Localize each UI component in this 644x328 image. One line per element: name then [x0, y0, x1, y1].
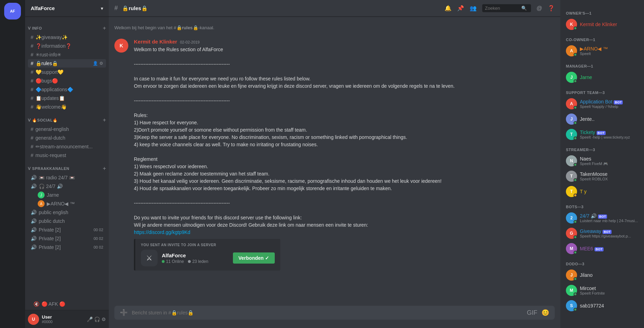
server-icon[interactable]: AF — [4, 3, 21, 19]
channel-stream-announcement[interactable]: # ✏stream-announcement... — [28, 142, 106, 151]
user-icon[interactable]: 👤 — [93, 61, 98, 66]
voice-private-3[interactable]: 🔊 Private [2] 00 02 — [28, 243, 106, 251]
channel-support-label: 💛support💛 — [36, 69, 64, 75]
voice-private-1[interactable]: 🔊 Private [2] 00 02 — [28, 226, 106, 234]
channel-header: # 🔒rules🔒 🔔 📌 👥 🔍 @ ❓ — [109, 0, 560, 17]
section-header-dodo: DODO—3 — [563, 256, 641, 267]
voice-afk[interactable]: 🔇 🔴 AFK 🔴 — [31, 300, 103, 308]
add-icon[interactable]: ➕ — [120, 309, 128, 317]
voice-public-dutch[interactable]: 🔊 public dutch — [28, 217, 106, 225]
member-naes[interactable]: N Naes Speelt FiveM 🎮 — [563, 153, 641, 169]
member-247[interactable]: 2 24/7 🔊BOT Luistert naar mb help | 24-7… — [563, 210, 641, 226]
channel-applications[interactable]: # 🔷applications🔷 — [28, 85, 106, 94]
channel-general-english[interactable]: # general-english — [28, 125, 106, 133]
bot-badge: BOT — [614, 100, 623, 104]
hash-icon: # — [31, 95, 33, 101]
speaker-icon: 🔊 — [31, 218, 37, 224]
gear-icon[interactable]: ⚙ — [99, 61, 103, 66]
channel-rules[interactable]: # 🔒rules🔒 👤 ⚙ — [28, 59, 106, 68]
members-icon[interactable]: 👥 — [470, 5, 477, 11]
channel-rust-info-label: ✳rust-info✳ — [36, 52, 62, 57]
member-mee6[interactable]: M MEE6BOT — [563, 241, 641, 256]
section-header-support: SUPPORT TEAM—3 — [563, 85, 641, 96]
category-spraakkanalen[interactable]: ᐯ SPRAAKKANALEN + — [25, 160, 109, 173]
bot-badge-mee6: BOT — [594, 247, 604, 251]
invite-card: ⚔ AlfaForce 11 Online 23 leden Verbonden… — [141, 250, 275, 266]
message-text-input[interactable] — [132, 306, 523, 320]
member-kermit-name: Kermit de Klinker — [580, 22, 638, 27]
channel-information[interactable]: # ❓information❓ — [28, 42, 106, 50]
bot-badge-tickety: BOT — [597, 131, 606, 135]
search-input[interactable] — [485, 6, 520, 11]
member-247-status: Luistert naar mb help | 24-7musi... — [580, 219, 638, 223]
server-header[interactable]: AlfaForce ▾ — [25, 0, 109, 17]
member-appbot[interactable]: A Application BotBOT Speelt %apply / %he… — [563, 96, 641, 111]
channel-sidebar: AlfaForce ▾ ᐯ INFO + # ✨giveaway✨ # ❓inf… — [25, 0, 109, 328]
voice-public-english[interactable]: 🔊 public english — [28, 208, 106, 217]
channel-rust-info[interactable]: # ✳rust-info✳ — [28, 50, 106, 59]
member-mee6-info: MEE6BOT — [580, 246, 638, 251]
emoji-icon[interactable]: 😊 — [541, 309, 549, 317]
channel-music-request[interactable]: # music-request — [28, 151, 106, 159]
member-giveaway[interactable]: G GiveawayBOT Speelt https://giveawaybot… — [563, 226, 641, 241]
message-author: Kermit de Klinker — [134, 39, 177, 45]
channel-updates[interactable]: # 📋updates📋 — [28, 94, 106, 102]
message-input-container: ➕ GIF 😊 — [114, 306, 555, 320]
member-naes-status: Speelt FiveM 🎮 — [580, 162, 638, 166]
user-bar-name: User — [42, 314, 84, 320]
gif-icon[interactable]: GIF — [527, 309, 537, 317]
channel-bugs[interactable]: # 🔴bugs🔴 — [28, 77, 106, 85]
channel-applications-label: 🔷applications🔷 — [36, 87, 73, 92]
member-jilano-avatar: J — [566, 270, 577, 281]
voice-radio[interactable]: 🔊 📼 radio 24/7 📼 — [28, 173, 106, 182]
member-sab197724-info: sab197724 — [580, 303, 638, 309]
speaker-icon: 🔊 — [31, 175, 37, 180]
member-arno[interactable]: A ▶ARNO◀ ™ Speelt — [563, 43, 641, 58]
channel-general-dutch[interactable]: # general-dutch — [28, 134, 106, 142]
server-name: AlfaForce — [31, 5, 55, 11]
hash-icon: # — [31, 87, 33, 92]
voice-user-jarne[interactable]: J Jarne — [28, 191, 106, 199]
invite-link[interactable]: https://discord.gg/kgtp9Kd — [134, 229, 190, 235]
member-jarne-name: Jarne — [580, 75, 638, 80]
pin-icon[interactable]: 📌 — [457, 5, 464, 11]
channel-welcome[interactable]: # 👋welcome👋 — [28, 103, 106, 111]
member-naes-avatar: N — [566, 155, 577, 166]
voice-24-7[interactable]: 🔊 🎧 24/7 🔊 — [28, 182, 106, 190]
server-icon-bar: AF — [0, 0, 25, 328]
member-tickety-info: TicketyBOT Speelt -help | www.tickety.xy… — [580, 130, 638, 139]
member-jente[interactable]: J Jente.. — [563, 111, 641, 127]
category-social-add-icon[interactable]: + — [103, 117, 106, 123]
member-jilano[interactable]: J Jilano — [563, 267, 641, 283]
member-mircoet-info: Mircoet Speelt Fortnite — [580, 286, 638, 295]
headphone-icon[interactable]: 🎧 — [94, 317, 100, 322]
category-spraakkanalen-add-icon[interactable]: + — [103, 165, 106, 172]
category-add-icon[interactable]: + — [103, 25, 106, 31]
member-appbot-avatar: A — [566, 98, 577, 109]
member-sab197724-avatar: S — [566, 300, 577, 311]
member-sab197724[interactable]: S sab197724 — [563, 298, 641, 313]
message-avatar: K — [114, 39, 128, 53]
microphone-icon[interactable]: 🎤 — [87, 317, 93, 322]
channel-giveaway[interactable]: # ✨giveaway✨ — [28, 33, 106, 41]
bell-icon[interactable]: 🔔 — [445, 5, 452, 11]
member-takenmoose[interactable]: T TakenMoose Speelt ROBLOX — [563, 169, 641, 184]
member-giveaway-info: GiveawayBOT Speelt https://giveawaybot.p… — [580, 228, 638, 238]
invite-server-icon: ⚔ — [141, 250, 158, 266]
voice-user-arno[interactable]: A ▶ARNO◀ ™ — [28, 200, 106, 208]
member-247-info: 24/7 🔊BOT Luistert naar mb help | 24-7mu… — [580, 213, 638, 223]
channel-support[interactable]: # 💛support💛 — [28, 68, 106, 76]
member-mircoet[interactable]: M Mircoet Speelt Fortnite — [563, 283, 641, 298]
search-bar[interactable]: 🔍 — [482, 4, 531, 12]
voice-private-2[interactable]: 🔊 Private [2] 00 02 — [28, 234, 106, 243]
member-kermit[interactable]: K Kermit de Klinker — [563, 17, 641, 32]
verbonden-button[interactable]: Verbonden ✓ — [233, 252, 275, 264]
member-tickety[interactable]: T TicketyBOT Speelt -help | www.tickety.… — [563, 127, 641, 142]
category-info[interactable]: ᐯ INFO + — [25, 19, 109, 33]
member-ty[interactable]: T T y — [563, 184, 641, 199]
category-social[interactable]: ᐯ 🔥SOCIAL🔥 + — [25, 111, 109, 125]
question-icon[interactable]: ❓ — [548, 5, 555, 11]
member-jarne[interactable]: J Jarne — [563, 70, 641, 85]
settings-icon[interactable]: ⚙ — [101, 317, 106, 322]
at-icon[interactable]: @ — [537, 5, 542, 11]
